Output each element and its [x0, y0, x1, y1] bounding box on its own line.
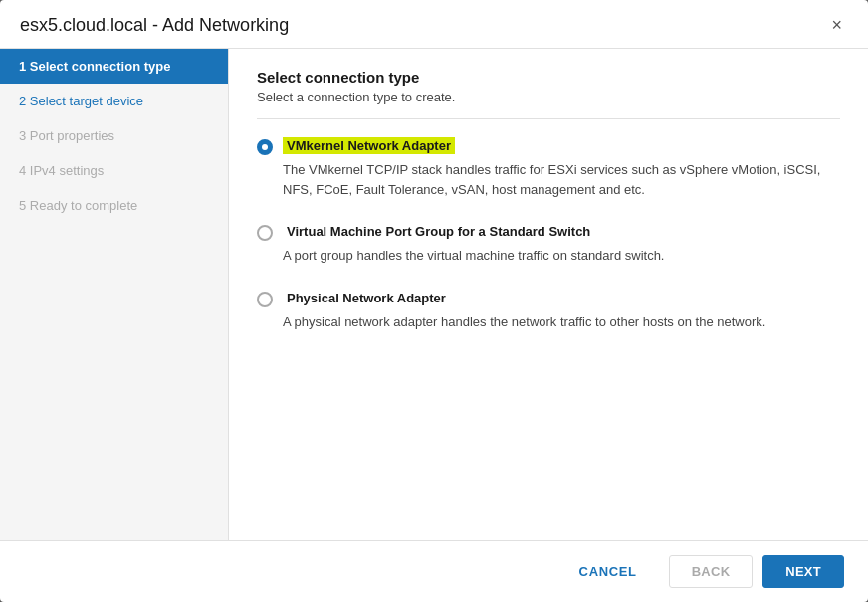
sidebar-item-step2[interactable]: 2 Select target device — [0, 84, 228, 118]
content-subtitle: Select a connection type to create. — [257, 90, 840, 119]
dialog-footer: CANCEL BACK NEXT — [0, 540, 868, 602]
sidebar-item-step4: 4 IPv4 settings — [0, 153, 228, 188]
dialog-title: esx5.cloud.local - Add Networking — [20, 15, 289, 36]
radio-physical[interactable] — [257, 292, 273, 307]
add-networking-dialog: esx5.cloud.local - Add Networking × 1 Se… — [0, 0, 868, 602]
dialog-header: esx5.cloud.local - Add Networking × — [0, 0, 868, 49]
radio-vmportgroup[interactable] — [257, 225, 273, 241]
option-vmkernel-label[interactable]: VMkernel Network Adapter — [283, 137, 455, 154]
option-vmportgroup-desc: A port group handles the virtual machine… — [283, 246, 840, 266]
option-physical-content: Physical Network Adapter A physical netw… — [283, 290, 840, 350]
sidebar: 1 Select connection type 2 Select target… — [0, 49, 229, 540]
option-physical-label[interactable]: Physical Network Adapter — [283, 290, 450, 306]
option-vmkernel-desc: The VMkernel TCP/IP stack handles traffi… — [283, 160, 840, 199]
option-vmportgroup-row: Virtual Machine Port Group for a Standar… — [257, 223, 840, 284]
option-physical-row: Physical Network Adapter A physical netw… — [257, 290, 840, 350]
content-title: Select connection type — [257, 69, 840, 86]
close-button[interactable]: × — [825, 14, 848, 36]
sidebar-item-step1[interactable]: 1 Select connection type — [0, 49, 228, 84]
option-vmportgroup-content: Virtual Machine Port Group for a Standar… — [283, 223, 840, 284]
option-vmkernel-row: VMkernel Network Adapter The VMkernel TC… — [257, 137, 840, 217]
sidebar-item-step5: 5 Ready to complete — [0, 188, 228, 223]
next-button[interactable]: NEXT — [762, 555, 844, 588]
radio-vmkernel[interactable] — [257, 139, 273, 155]
option-vmportgroup-label[interactable]: Virtual Machine Port Group for a Standar… — [283, 223, 594, 240]
options-list: VMkernel Network Adapter The VMkernel TC… — [257, 137, 840, 349]
sidebar-item-step3: 3 Port properties — [0, 118, 228, 153]
option-vmkernel-content: VMkernel Network Adapter The VMkernel TC… — [283, 137, 840, 217]
back-button[interactable]: BACK — [669, 555, 754, 588]
main-content: Select connection type Select a connecti… — [229, 49, 868, 540]
dialog-body: 1 Select connection type 2 Select target… — [0, 49, 868, 540]
cancel-button[interactable]: CANCEL — [557, 556, 659, 587]
option-physical-desc: A physical network adapter handles the n… — [283, 312, 840, 332]
